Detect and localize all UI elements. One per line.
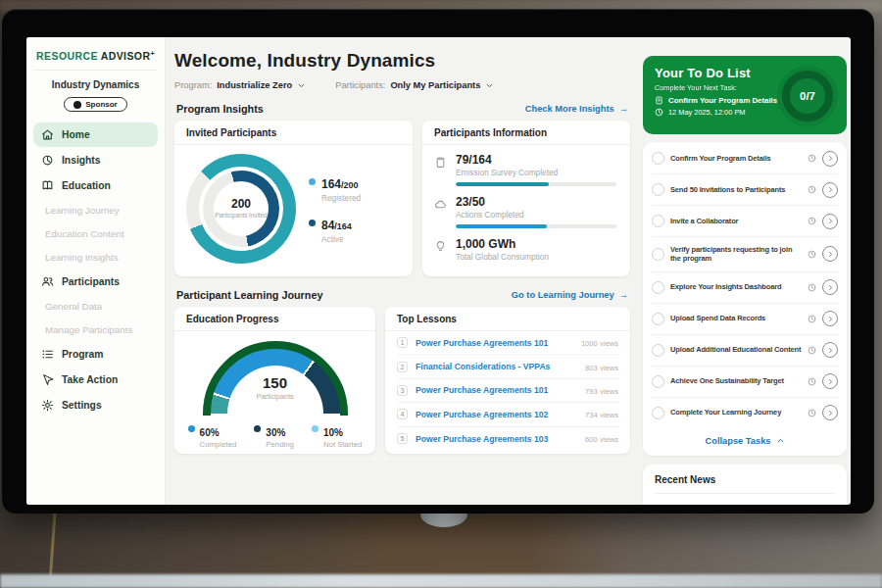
brand-primary: RESOURCE xyxy=(36,50,98,62)
task-checkbox[interactable] xyxy=(652,281,664,294)
document-icon xyxy=(655,96,663,105)
lesson-link[interactable]: Power Purchase Agreements 101 xyxy=(416,385,585,395)
task-open-button[interactable] xyxy=(822,405,838,420)
lesson-link[interactable]: Power Purchase Agreements 101 xyxy=(416,338,581,348)
gear-icon xyxy=(41,399,54,412)
task-row-confirm-program[interactable]: Confirm Your Program Details xyxy=(652,143,838,174)
sidebar-item-learning-insights[interactable]: Learning Insights xyxy=(33,246,158,269)
go-to-learning-journey-link[interactable]: Go to Learning Journey → xyxy=(512,290,628,300)
participants-filter-value: Only My Participants xyxy=(390,80,480,90)
task-open-button[interactable] xyxy=(822,246,838,262)
task-checkbox[interactable] xyxy=(652,248,664,261)
participants-information-card: Participants Information 79/164 Emission… xyxy=(422,121,630,276)
chevron-down-icon xyxy=(297,81,306,90)
sidebar-item-settings[interactable]: Settings xyxy=(33,393,158,417)
gauge-center-value: 150 xyxy=(203,374,348,391)
book-icon xyxy=(41,179,54,192)
participants-filter[interactable]: Participants: Only My Participants xyxy=(335,80,494,90)
task-open-button[interactable] xyxy=(822,279,838,295)
task-row-complete-learning-journey[interactable]: Complete Your Learning Journey xyxy=(652,398,838,428)
recent-news-card: Recent News xyxy=(643,465,847,506)
learning-journey-title: Participant Learning Journey xyxy=(176,289,322,301)
task-open-button[interactable] xyxy=(822,182,838,198)
sidebar-item-learning-journey[interactable]: Learning Journey xyxy=(33,199,158,221)
top-lessons-card: Top Lessons 1 Power Purchase Agreements … xyxy=(385,307,630,454)
sidebar-item-manage-participants[interactable]: Manage Participants xyxy=(33,318,158,341)
not-started-dot xyxy=(312,425,318,432)
collapse-tasks-link[interactable]: Collapse Tasks xyxy=(652,428,838,455)
task-open-button[interactable] xyxy=(822,311,838,326)
chevron-right-icon xyxy=(827,410,834,416)
task-open-button[interactable] xyxy=(822,151,838,167)
todo-progress-ring: 0/7 xyxy=(777,66,838,126)
brand-plus: + xyxy=(150,49,155,56)
invited-participants-card: Invited Participants 200 Participants In… xyxy=(174,121,413,276)
task-row-achieve-sustainability-target[interactable]: Achieve One Sustainability Target xyxy=(652,367,838,398)
task-checkbox[interactable] xyxy=(652,344,664,357)
task-open-button[interactable] xyxy=(822,214,838,229)
sidebar-item-education[interactable]: Education xyxy=(33,173,158,198)
registered-dot xyxy=(309,178,316,185)
lesson-rank: 2 xyxy=(397,362,408,372)
clock-icon xyxy=(808,217,816,225)
filter-bar: Program: Industrialize Zero Participants… xyxy=(174,80,630,90)
chevron-right-icon xyxy=(827,186,834,193)
task-checkbox[interactable] xyxy=(652,152,664,165)
clock-icon xyxy=(808,315,816,323)
lesson-link[interactable]: Power Purchase Agreements 103 xyxy=(416,434,585,444)
task-row-invite-collaborator[interactable]: Invite a Collaborator xyxy=(652,206,838,237)
task-row-upload-spend-data[interactable]: Upload Spend Data Records xyxy=(652,304,838,335)
lesson-row-1[interactable]: 1 Power Purchase Agreements 101 1000 vie… xyxy=(397,331,618,355)
lesson-rank: 4 xyxy=(397,409,408,419)
lesson-link[interactable]: Power Purchase Agreements 102 xyxy=(416,410,585,419)
legend-completed: 60%Completed xyxy=(188,422,237,449)
arrow-right-icon: → xyxy=(619,290,628,300)
legend-registered: 164/200 Registered xyxy=(309,174,361,203)
clock-icon xyxy=(808,409,816,417)
chevron-right-icon xyxy=(827,251,834,258)
sponsor-icon xyxy=(74,101,81,109)
task-open-button[interactable] xyxy=(822,373,838,389)
lesson-row-5[interactable]: 5 Power Purchase Agreements 103 600 view… xyxy=(397,427,618,451)
clock-icon xyxy=(808,377,816,386)
task-row-explore-insights[interactable]: Explore Your Insights Dashboard xyxy=(652,272,838,304)
top-lessons-header: Top Lessons xyxy=(385,307,630,331)
task-checkbox[interactable] xyxy=(652,375,664,388)
sidebar-item-take-action[interactable]: Take Action xyxy=(33,368,158,392)
org-name: Industry Dynamics xyxy=(33,79,158,90)
pending-dot xyxy=(254,425,261,432)
lesson-row-4[interactable]: 4 Power Purchase Agreements 102 734 view… xyxy=(397,403,618,426)
task-row-send-invitations[interactable]: Send 50 Invitations to Participants xyxy=(652,174,838,206)
lesson-link[interactable]: Financial Considerations - VPPAs xyxy=(416,362,585,371)
lesson-rank: 1 xyxy=(397,337,408,348)
chevron-right-icon xyxy=(827,284,834,291)
task-checkbox[interactable] xyxy=(652,407,664,419)
lightbulb-icon xyxy=(434,240,447,253)
sidebar-item-education-content[interactable]: Education Content xyxy=(33,222,158,245)
check-more-insights-link[interactable]: Check More Insights → xyxy=(525,104,628,114)
task-row-upload-educational-content[interactable]: Upload Additional Educational Content xyxy=(652,335,838,367)
donut-center-label: Participants Invited xyxy=(215,212,267,220)
lesson-row-3[interactable]: 3 Power Purchase Agreements 101 793 view… xyxy=(397,379,618,403)
task-checkbox[interactable] xyxy=(652,215,664,227)
clock-icon xyxy=(808,250,816,259)
task-checkbox[interactable] xyxy=(652,183,664,196)
brand-secondary: ADVISOR+ xyxy=(101,50,155,62)
task-open-button[interactable] xyxy=(822,342,838,358)
sidebar-item-home[interactable]: Home xyxy=(33,122,158,147)
sidebar: RESOURCE ADVISOR+ Industry Dynamics Spon… xyxy=(26,37,166,505)
program-filter[interactable]: Program: Industrialize Zero xyxy=(174,80,306,90)
sidebar-item-general-data[interactable]: General Data xyxy=(33,295,158,318)
task-row-verify-participants[interactable]: Verify participants requesting to join t… xyxy=(652,237,838,272)
sidebar-item-participants[interactable]: Participants xyxy=(33,270,158,294)
insights-icon xyxy=(41,154,54,167)
home-icon xyxy=(41,128,54,141)
lesson-row-2[interactable]: 2 Financial Considerations - VPPAs 803 v… xyxy=(397,355,618,378)
chevron-right-icon xyxy=(827,155,834,162)
clipboard-icon xyxy=(434,156,447,169)
cursor-icon xyxy=(41,373,54,386)
sidebar-item-insights[interactable]: Insights xyxy=(33,148,158,172)
task-checkbox[interactable] xyxy=(652,313,664,325)
lesson-rank: 5 xyxy=(397,433,408,444)
sidebar-item-program[interactable]: Program xyxy=(33,342,158,367)
